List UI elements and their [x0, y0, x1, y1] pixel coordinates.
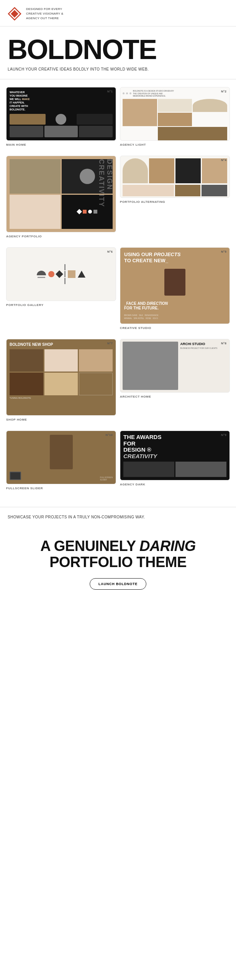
thumb7-grid	[10, 349, 113, 395]
thumb9-text: THE AWARDSFORDESIGN ®CREATIVITY	[123, 434, 226, 459]
thumb-label-6: PORTFOLIO GALLERY	[6, 303, 116, 307]
hero-title: BOLDNOTE	[0, 26, 236, 65]
thumb5-tags: BROWN SAND SILK RENAISSANCE MINIMAL SPA …	[124, 314, 226, 320]
thumb4-grid	[123, 158, 227, 183]
grid-item-9[interactable]: N°9 THE AWARDSFORDESIGN ®CREATIVITY AGEN…	[120, 431, 230, 490]
thumb-number-4: N°4	[221, 158, 226, 162]
thumb-number-6: N°6	[107, 250, 113, 253]
grid-item-8[interactable]: N°8 ARCHI STUDIO BUSINESS PROJECT FOR OU…	[120, 339, 230, 421]
thumb-label-8: ARCHITECT HOME	[120, 395, 230, 398]
hero-subtitle: LAUNCH YOUR CREATIVE IDEAS BOLDLY INTO T…	[0, 65, 236, 79]
grid-item-1[interactable]: N°1 WHATEVERYOU IMAGINEWE WILL MAKEIT HA…	[6, 87, 116, 146]
grid-item-2[interactable]: N°2 BOLDNOTE IS A DESIGN STUDIO DRIVEN B…	[120, 87, 230, 146]
grid-item-3[interactable]: N°3 DESIGNCREATIVITY	[6, 156, 116, 238]
thumb-label-5: CREATIVE STUDIO	[120, 326, 230, 330]
thumb2-top: BOLDNOTE IS A DESIGN STUDIO DRIVEN BYTHE…	[123, 90, 227, 97]
thumb-number-1: N°1	[107, 90, 113, 93]
thumb8-title: ARCHI STUDIO	[180, 342, 226, 346]
thumb1-images	[10, 114, 113, 125]
grid-row-4: N°7 BOLDNOTE NEW SHOP *USING BOLDNOTE SH…	[6, 339, 230, 421]
thumb-number-9: N°9	[221, 433, 226, 437]
thumb10-text: FULLSCREENSLIDER	[100, 476, 113, 481]
thumb1-text: WHATEVERYOU IMAGINEWE WILL MAKEIT HAPPEN…	[10, 90, 113, 112]
thumb9-bottom	[123, 462, 226, 477]
thumb10-person	[50, 435, 73, 469]
thumb-label-4: PORTFOLIO ALTERNATING	[120, 200, 230, 204]
thumb4-bottom	[123, 185, 227, 196]
thumb-label-10: FULLSCREEN SLIDER	[6, 487, 116, 490]
header: DESIGNED FOR EVERY CREATIVE VISIONARY & …	[0, 0, 236, 26]
logo-icon	[8, 7, 21, 21]
grid-row-1: N°1 WHATEVERYOU IMAGINEWE WILL MAKEIT HA…	[6, 87, 230, 146]
thumb10-tv	[10, 472, 21, 480]
thumb-label-2: AGENCY LIGHT	[120, 143, 230, 146]
grid-item-7[interactable]: N°7 BOLDNOTE NEW SHOP *USING BOLDNOTE SH…	[6, 339, 116, 421]
thumb5-text2: _FACE AND DIRECTIONFOR THE FUTURE.	[124, 301, 226, 311]
thumb-number-3: N°3	[107, 158, 113, 162]
thumb7-header: BOLDNOTE NEW SHOP	[10, 342, 113, 347]
bottom-main-title: A GENUINELY DARING PORTFOLIO THEME	[8, 538, 228, 571]
thumb-number-2: N°2	[221, 90, 226, 93]
svg-marker-1	[11, 10, 18, 18]
grid-item-4[interactable]: N°4 PORTFOLIO ALTERNATING	[120, 156, 230, 238]
bottom-subtitle: SHOWCASE YOUR PROJECTS IN A TRULY NON-CO…	[8, 515, 228, 519]
grid-item-6[interactable]: N°6 PORTFOLIO GA	[6, 247, 116, 330]
grid-item-10[interactable]: N°10 FULLSCREENSLIDER FULLSCREEN SLIDER	[6, 431, 116, 490]
grid-row-5: N°10 FULLSCREENSLIDER FULLSCREEN SLIDER …	[6, 431, 230, 490]
thumb-number-10: N°10	[105, 433, 113, 437]
launch-button[interactable]: LAUNCH BOLDNOTE	[90, 578, 146, 590]
thumb2-grid	[123, 99, 227, 141]
thumb-label-7: SHOP HOME	[6, 418, 116, 421]
grid-row-3: N°6 PORTFOLIO GA	[6, 247, 230, 330]
grid-item-5[interactable]: N°5 USING OUR PROJECTSTO CREATE NEW_ _FA…	[120, 247, 230, 330]
thumb5-text: USING OUR PROJECTSTO CREATE NEW_	[124, 252, 226, 263]
thumb-number-7: N°7	[107, 342, 113, 345]
thumb-label-3: AGENCY PORTFOLIO	[6, 235, 116, 238]
thumb1-bottom	[10, 126, 113, 137]
thumb-number-8: N°8	[221, 342, 226, 345]
thumbnails-grid: N°1 WHATEVERYOU IMAGINEWE WILL MAKEIT HA…	[0, 79, 236, 507]
bottom-cta: A GENUINELY DARING PORTFOLIO THEME LAUNC…	[0, 527, 236, 605]
thumb3-title: DESIGNCREATIVITY	[97, 159, 113, 207]
thumb6-shapes	[10, 251, 113, 298]
header-tagline: DESIGNED FOR EVERY CREATIVE VISIONARY & …	[26, 7, 63, 21]
thumb-label-9: AGENCY DARK	[120, 483, 230, 486]
grid-row-2: N°3 DESIGNCREATIVITY	[6, 156, 230, 238]
thumb-label-1: MAIN HOME	[6, 143, 116, 146]
thumb8-subtitle: BUSINESS PROJECT FOR OUR CLIENTS	[180, 347, 226, 350]
thumb8-top: ARCHI STUDIO BUSINESS PROJECT FOR OUR CL…	[123, 342, 227, 390]
thumb-number-5: N°5	[221, 250, 226, 253]
thumb7-bottom: *USING BOLDNOTE	[10, 397, 113, 399]
bottom-section: SHOWCASE YOUR PROJECTS IN A TRULY NON-CO…	[0, 507, 236, 519]
